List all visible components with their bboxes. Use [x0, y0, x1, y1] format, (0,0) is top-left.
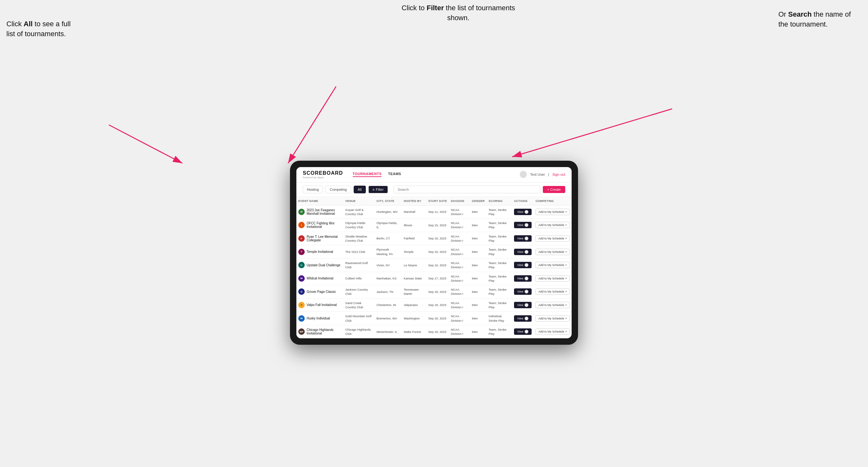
- cell-city-8: Bremerton, WA: [374, 312, 402, 325]
- cell-actions-2: View ⓘ: [512, 232, 533, 245]
- add-icon-2: +: [565, 237, 567, 240]
- cell-competing-0: Add to My Schedule +: [533, 205, 571, 219]
- tab-all[interactable]: All: [354, 186, 366, 193]
- cell-actions-5: View ⓘ: [512, 272, 533, 285]
- add-icon-4: +: [565, 263, 567, 267]
- col-hosted-by: HOSTED BY: [402, 197, 426, 206]
- cell-hosted-9: Wake Forest: [402, 325, 426, 338]
- cell-city-3: Plymouth Meeting, PA: [374, 245, 402, 259]
- event-name-5: Wildcat Invitational: [307, 277, 333, 280]
- view-info-icon-5: ⓘ: [525, 277, 528, 280]
- add-schedule-button-0[interactable]: Add to My Schedule +: [535, 209, 570, 215]
- view-button-7[interactable]: View ⓘ: [514, 302, 532, 308]
- cell-competing-6: Add to My Schedule +: [533, 285, 571, 299]
- add-schedule-button-9[interactable]: Add to My Schedule +: [535, 329, 570, 335]
- cell-venue-6: Jackson Country Club: [343, 285, 374, 299]
- cell-actions-4: View ⓘ: [512, 258, 533, 272]
- cell-competing-3: Add to My Schedule +: [533, 245, 571, 259]
- table-row: F Ryan T. Lee Memorial Collegiate Shuttl…: [297, 232, 571, 245]
- add-icon-3: +: [565, 250, 567, 253]
- cell-gender-5: Men: [470, 272, 487, 285]
- view-button-8[interactable]: View ⓘ: [514, 315, 532, 322]
- search-input[interactable]: [394, 186, 540, 193]
- header-separator: |: [548, 173, 549, 176]
- view-button-6[interactable]: View ⓘ: [514, 288, 532, 295]
- table-row: I OFCC Fighting Illini Invitational Olym…: [297, 219, 571, 232]
- tablet-screen: SCOREBOARD Powered by clippd TOURNAMENTS…: [297, 167, 571, 339]
- search-box: [394, 186, 540, 193]
- table-row: W Husky Individual Gold Mountain Golf Cl…: [297, 312, 571, 325]
- tab-competing[interactable]: Competing: [326, 186, 351, 193]
- table-header-row: EVENT NAME VENUE CITY, STATE HOSTED BY S…: [297, 197, 571, 206]
- annotation-search-bold: Search: [788, 10, 812, 18]
- view-info-icon-9: ⓘ: [525, 330, 528, 334]
- cell-scoring-6: Team, Stroke Play: [487, 285, 512, 299]
- filter-icon: ≡: [373, 188, 374, 191]
- view-info-icon-4: ⓘ: [525, 263, 528, 267]
- cell-scoring-1: Team, Stroke Play: [487, 219, 512, 232]
- cell-city-4: Victor, NY: [374, 258, 402, 272]
- cell-date-1: Sep 15, 2023: [426, 219, 449, 232]
- view-button-1[interactable]: View ⓘ: [514, 222, 532, 228]
- add-icon-5: +: [565, 277, 567, 280]
- team-logo-8: W: [298, 315, 305, 322]
- col-division: DIVISION: [449, 197, 470, 206]
- add-schedule-button-3[interactable]: Add to My Schedule +: [535, 249, 570, 255]
- filter-button[interactable]: ≡ Filter: [368, 186, 388, 193]
- cell-event-9: WF Chicago Highlands Invitational: [297, 325, 343, 338]
- cell-gender-3: Men: [470, 245, 487, 259]
- cell-division-4: NCAA Division I: [449, 258, 470, 272]
- view-button-5[interactable]: View ⓘ: [514, 275, 532, 282]
- add-schedule-button-1[interactable]: Add to My Schedule +: [535, 222, 570, 228]
- sign-out-link[interactable]: Sign out: [552, 173, 565, 176]
- nav-teams[interactable]: TEAMS: [388, 172, 401, 177]
- cell-gender-1: Men: [470, 219, 487, 232]
- view-button-9[interactable]: View ⓘ: [514, 329, 532, 335]
- cell-date-4: Sep 16, 2023: [426, 258, 449, 272]
- view-info-icon-3: ⓘ: [525, 250, 528, 254]
- cell-gender-0: Men: [470, 205, 487, 219]
- add-schedule-button-7[interactable]: Add to My Schedule +: [535, 302, 570, 308]
- create-button[interactable]: + Create: [543, 186, 565, 193]
- header-left: SCOREBOARD Powered by clippd TOURNAMENTS…: [303, 170, 401, 179]
- cell-date-6: Sep 18, 2023: [426, 285, 449, 299]
- view-button-3[interactable]: View ⓘ: [514, 249, 532, 255]
- logo-subtitle: Powered by clippd: [303, 176, 343, 179]
- annotation-topright: Or Search the name of the tournament.: [778, 9, 862, 29]
- annotation-filter-bold: Filter: [427, 4, 444, 12]
- svg-line-0: [109, 125, 182, 163]
- cell-event-1: I OFCC Fighting Illini Invitational: [297, 219, 343, 232]
- tournaments-table: EVENT NAME VENUE CITY, STATE HOSTED BY S…: [297, 197, 571, 339]
- col-start-date: START DATE: [426, 197, 449, 206]
- view-button-2[interactable]: View ⓘ: [514, 235, 532, 242]
- cell-division-5: NCAA Division I: [449, 272, 470, 285]
- add-schedule-button-2[interactable]: Add to My Schedule +: [535, 235, 570, 242]
- cell-venue-5: Colbert Hills: [343, 272, 374, 285]
- cell-actions-8: View ⓘ: [512, 312, 533, 325]
- tab-hosting[interactable]: Hosting: [303, 186, 323, 193]
- add-schedule-button-8[interactable]: Add to My Schedule +: [535, 315, 570, 322]
- cell-event-8: W Husky Individual: [297, 312, 343, 325]
- cell-hosted-4: Le Moyne: [402, 258, 426, 272]
- annotation-topcenter: Click to Filter the list of tournaments …: [398, 3, 519, 23]
- filter-label: Filter: [376, 188, 383, 191]
- cell-event-4: U Upstate Dual Challenge: [297, 258, 343, 272]
- add-schedule-button-6[interactable]: Add to My Schedule +: [535, 288, 570, 295]
- view-button-4[interactable]: View ⓘ: [514, 262, 532, 268]
- cell-division-6: NCAA Division I: [449, 285, 470, 299]
- cell-event-5: W Wildcat Invitational: [297, 272, 343, 285]
- col-event-name: EVENT NAME: [297, 197, 343, 206]
- cell-hosted-6: Tennessee-Martin: [402, 285, 426, 299]
- add-schedule-button-5[interactable]: Add to My Schedule +: [535, 275, 570, 282]
- cell-date-5: Sep 17, 2023: [426, 272, 449, 285]
- nav-tournaments[interactable]: TOURNAMENTS: [353, 172, 382, 177]
- team-logo-4: U: [298, 262, 305, 268]
- view-info-icon-7: ⓘ: [525, 303, 528, 307]
- cell-venue-2: Shuttle Meadow Country Club: [343, 232, 374, 245]
- table-row: W Wildcat Invitational Colbert Hills Man…: [297, 272, 571, 285]
- annotation-topleft: Click All to see a full list of tourname…: [6, 19, 77, 39]
- cell-event-7: V Valpo Fall Invitational: [297, 298, 343, 312]
- cell-venue-7: Sand Creek Country Club: [343, 298, 374, 312]
- add-schedule-button-4[interactable]: Add to My Schedule +: [535, 262, 570, 268]
- view-button-0[interactable]: View ⓘ: [514, 209, 532, 215]
